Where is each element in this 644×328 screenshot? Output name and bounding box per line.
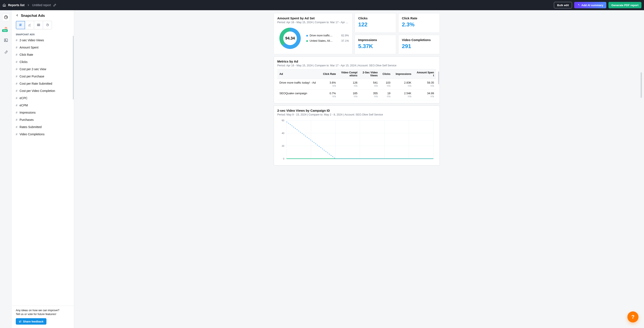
stat-completions[interactable]: Video Completions 291 (398, 35, 440, 54)
line-chart-icon (28, 23, 31, 27)
donut-title: Amount Spent by Ad Set (277, 16, 349, 20)
metric-item[interactable]: #Cost per Rate Submitted (13, 80, 72, 87)
bulk-edit-button[interactable]: Bulk edit (554, 2, 572, 8)
table-cell: Drive more traffic today! - Ad (277, 79, 320, 90)
metric-item-label: Clicks (20, 60, 28, 64)
chevron-left-icon[interactable] (16, 14, 19, 18)
table-header[interactable]: Clicks (380, 69, 392, 79)
table-header[interactable]: Amount Spent (414, 69, 436, 79)
stat-clicks-label: Clicks (358, 16, 392, 20)
metric-item-label: Amount Spent (20, 46, 38, 49)
table-header[interactable]: Impressions (392, 69, 413, 79)
add-ai-summary-label: Add AI summary (582, 3, 603, 7)
table-scrollbar[interactable] (438, 71, 439, 84)
viewtype-pie[interactable] (43, 21, 52, 29)
table-sub: Period: Apr 16 - May 15, 2024 | Compare … (277, 64, 436, 67)
stat-completions-value: 291 (402, 43, 436, 50)
pie-icon (4, 15, 8, 20)
metric-item[interactable]: #eCPC (13, 94, 72, 102)
legend-dot (306, 35, 308, 37)
table-header[interactable]: Click Rate (320, 69, 338, 79)
hash-icon: # (16, 82, 18, 85)
metric-item-label: Video Completions (20, 133, 44, 136)
stat-clickrate-label: Click Rate (402, 16, 436, 20)
canvas[interactable]: Amount Spent by Ad Set Period: Apr 16 - … (74, 10, 644, 328)
legend-name: Drive more traffic… (310, 34, 338, 37)
metric-item-label: Cost per 2-sec View (20, 67, 46, 71)
help-icon: ? (632, 314, 635, 320)
hash-icon: # (16, 133, 18, 136)
metric-item[interactable]: #Video Completions (13, 131, 72, 138)
breadcrumb-report-name[interactable]: Untitled report (32, 3, 51, 7)
sparkle-icon (577, 3, 580, 6)
table-cell: 59.35n/a (414, 79, 436, 90)
viewtype-switch (16, 21, 52, 29)
rail-metrics-button[interactable] (2, 14, 9, 21)
generate-pdf-button[interactable]: Generate PDF report (608, 2, 642, 8)
donut-chart: 94.34 (277, 25, 303, 51)
new-badge: new (2, 29, 8, 32)
hash-icon: # (16, 89, 18, 93)
breadcrumb: Reports list Untitled report (2, 3, 552, 7)
table-cell: 103n/a (380, 79, 392, 90)
stat-clickrate[interactable]: Click Rate 2.3% (398, 13, 440, 33)
metrics-table: AdClick RateVideo Completions2-Sec Video… (277, 69, 436, 100)
metric-item[interactable]: #Click Rate (13, 51, 72, 58)
table-header[interactable]: 2-Sec VideoViews (360, 69, 380, 79)
home-icon[interactable] (2, 3, 6, 7)
svg-text:60: 60 (282, 119, 284, 122)
viewtype-number[interactable] (16, 21, 25, 29)
footer-line2: Tell us or vote for future features! (16, 313, 56, 316)
stat-impressions[interactable]: Impressions 5.37K (354, 35, 396, 54)
table-cell: 2.54Kn/a (392, 90, 413, 100)
table-header[interactable]: Ad (277, 69, 320, 79)
metric-item[interactable]: #Cost per Video Completion (13, 87, 72, 94)
metric-item[interactable]: #Clicks (13, 58, 72, 65)
table-row[interactable]: Drive more traffic today! - Ad3.6%n/a126… (277, 79, 436, 90)
rail-edit-button[interactable] (2, 48, 9, 55)
table-row[interactable]: SEOQuake campaign0.7%n/a165n/a355n/a19n/… (277, 90, 436, 100)
donut-center: 94.34 (277, 25, 303, 51)
table-card[interactable]: Metrics by Ad Period: Apr 16 - May 15, 2… (274, 56, 440, 103)
metric-item[interactable]: #2-sec Video Views (13, 37, 72, 44)
metric-list[interactable]: #2-sec Video Views#Amount Spent#Click Ra… (12, 37, 74, 306)
breadcrumb-home[interactable]: Reports list (8, 3, 24, 7)
megaphone-icon (19, 320, 22, 323)
hash-icon: # (16, 111, 18, 114)
table-header[interactable]: Video Completions (338, 69, 360, 79)
share-feedback-button[interactable]: Share feedback (16, 318, 46, 325)
rail-integrations-button[interactable]: new (2, 25, 9, 32)
legend-dot (306, 40, 308, 42)
donut-card[interactable]: Amount Spent by Ad Set Period: Apr 16 - … (274, 13, 352, 54)
metric-item[interactable]: #Amount Spent (13, 44, 72, 51)
metric-item[interactable]: #Purchases (13, 116, 72, 123)
metric-item[interactable]: #eCPM (13, 102, 72, 109)
stat-clicks[interactable]: Clicks 122 (354, 13, 396, 33)
line-chart-card[interactable]: 2-sec Video Views by Campaign ID Period:… (274, 106, 440, 165)
hash-icon: # (16, 60, 18, 64)
hash-icon: # (16, 104, 18, 107)
donut-legend: Drive more traffic…62.9%United States, A… (306, 34, 349, 42)
metric-item[interactable]: #Cost per 2-sec View (13, 65, 72, 73)
share-feedback-label: Share feedback (23, 320, 44, 323)
viewtype-line[interactable] (25, 21, 34, 29)
viewtype-table[interactable] (34, 21, 43, 29)
footer-line1: Any ideas on how we can improve? (16, 309, 60, 312)
help-button[interactable]: ? (628, 312, 638, 323)
hash-icon: # (16, 75, 18, 78)
sidebar-header: Snapchat Ads (12, 10, 74, 19)
metric-item[interactable]: #Rates Submitted (13, 123, 72, 131)
canvas-scrollbar[interactable] (640, 72, 642, 98)
edit-icon[interactable] (53, 3, 56, 7)
metric-item[interactable]: #Impressions (13, 109, 72, 116)
rail-images-button[interactable] (2, 37, 9, 44)
image-icon (4, 38, 8, 43)
table-cell: 355n/a (360, 90, 380, 100)
icon-rail: new (0, 10, 12, 328)
legend-pct: 37.1% (342, 39, 349, 42)
add-ai-summary-button[interactable]: Add AI summary (574, 2, 606, 8)
svg-text:0: 0 (283, 158, 284, 160)
metric-item[interactable]: #Cost per Purchase (13, 73, 72, 80)
legend-item: United States, All…37.1% (306, 39, 349, 42)
hash-icon: # (16, 38, 18, 42)
